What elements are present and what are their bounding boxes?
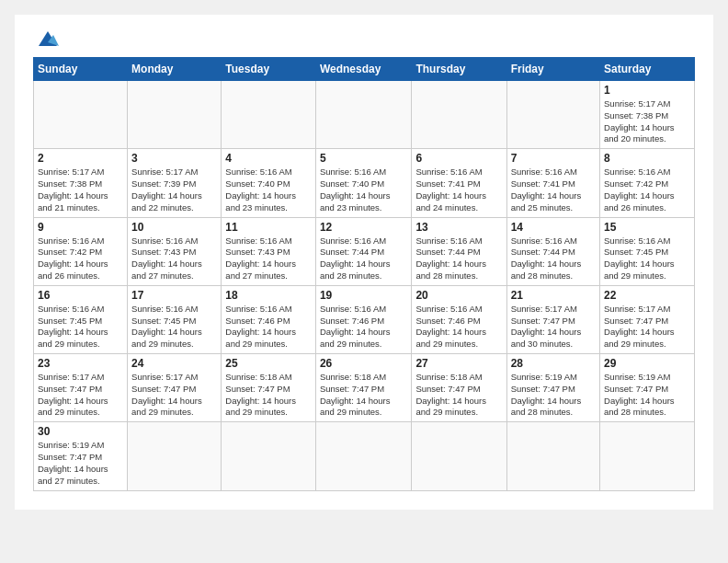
day-info: Sunrise: 5:18 AM Sunset: 7:47 PM Dayligh… xyxy=(320,372,408,419)
logo xyxy=(33,29,61,48)
calendar-header-sunday: Sunday xyxy=(34,58,128,81)
calendar-cell: 17Sunrise: 5:16 AM Sunset: 7:45 PM Dayli… xyxy=(128,285,222,353)
day-number: 11 xyxy=(225,221,312,234)
calendar-cell: 23Sunrise: 5:17 AM Sunset: 7:47 PM Dayli… xyxy=(34,354,128,422)
calendar-table: SundayMondayTuesdayWednesdayThursdayFrid… xyxy=(33,57,695,491)
day-number: 14 xyxy=(511,221,596,234)
day-info: Sunrise: 5:16 AM Sunset: 7:41 PM Dayligh… xyxy=(415,167,502,213)
day-number: 18 xyxy=(225,289,312,302)
calendar-cell: 12Sunrise: 5:16 AM Sunset: 7:44 PM Dayli… xyxy=(315,217,412,285)
calendar-header-thursday: Thursday xyxy=(412,58,506,81)
day-number: 19 xyxy=(320,289,408,302)
calendar-header-wednesday: Wednesday xyxy=(315,58,412,81)
day-number: 1 xyxy=(604,84,690,97)
day-info: Sunrise: 5:17 AM Sunset: 7:39 PM Dayligh… xyxy=(131,167,217,213)
calendar-page: SundayMondayTuesdayWednesdayThursdayFrid… xyxy=(15,15,713,510)
calendar-cell xyxy=(34,81,128,149)
day-number: 3 xyxy=(131,152,217,165)
calendar-cell xyxy=(315,422,412,490)
calendar-cell xyxy=(506,422,599,490)
calendar-cell: 19Sunrise: 5:16 AM Sunset: 7:46 PM Dayli… xyxy=(315,285,412,353)
calendar-header-saturday: Saturday xyxy=(600,58,695,81)
day-number: 24 xyxy=(131,357,217,370)
calendar-cell xyxy=(506,81,599,149)
calendar-cell: 1Sunrise: 5:17 AM Sunset: 7:38 PM Daylig… xyxy=(600,81,695,149)
calendar-week-row: 2Sunrise: 5:17 AM Sunset: 7:38 PM Daylig… xyxy=(34,149,695,217)
day-number: 16 xyxy=(38,289,123,302)
day-number: 7 xyxy=(511,152,596,165)
day-info: Sunrise: 5:16 AM Sunset: 7:43 PM Dayligh… xyxy=(131,236,217,282)
day-number: 22 xyxy=(604,289,690,302)
calendar-header-friday: Friday xyxy=(506,58,599,81)
calendar-cell: 27Sunrise: 5:18 AM Sunset: 7:47 PM Dayli… xyxy=(412,354,506,422)
calendar-cell: 29Sunrise: 5:19 AM Sunset: 7:47 PM Dayli… xyxy=(600,354,695,422)
day-number: 10 xyxy=(131,221,217,234)
calendar-cell: 15Sunrise: 5:16 AM Sunset: 7:45 PM Dayli… xyxy=(600,217,695,285)
day-info: Sunrise: 5:16 AM Sunset: 7:44 PM Dayligh… xyxy=(511,236,596,282)
day-info: Sunrise: 5:16 AM Sunset: 7:42 PM Dayligh… xyxy=(38,236,123,282)
day-info: Sunrise: 5:17 AM Sunset: 7:47 PM Dayligh… xyxy=(604,304,690,350)
day-info: Sunrise: 5:16 AM Sunset: 7:45 PM Dayligh… xyxy=(131,304,217,350)
calendar-cell: 16Sunrise: 5:16 AM Sunset: 7:45 PM Dayli… xyxy=(34,285,128,353)
day-info: Sunrise: 5:19 AM Sunset: 7:47 PM Dayligh… xyxy=(511,372,596,419)
day-number: 6 xyxy=(415,152,502,165)
calendar-week-row: 30Sunrise: 5:19 AM Sunset: 7:47 PM Dayli… xyxy=(34,422,695,490)
day-info: Sunrise: 5:16 AM Sunset: 7:44 PM Dayligh… xyxy=(320,236,408,282)
day-info: Sunrise: 5:19 AM Sunset: 7:47 PM Dayligh… xyxy=(604,372,690,419)
day-info: Sunrise: 5:16 AM Sunset: 7:46 PM Dayligh… xyxy=(320,304,408,350)
calendar-cell: 14Sunrise: 5:16 AM Sunset: 7:44 PM Dayli… xyxy=(506,217,599,285)
day-info: Sunrise: 5:16 AM Sunset: 7:40 PM Dayligh… xyxy=(225,167,312,213)
day-number: 8 xyxy=(604,152,690,165)
calendar-header-tuesday: Tuesday xyxy=(222,58,316,81)
day-info: Sunrise: 5:16 AM Sunset: 7:45 PM Dayligh… xyxy=(38,304,123,350)
calendar-cell xyxy=(128,81,222,149)
day-number: 23 xyxy=(38,357,123,370)
calendar-header-monday: Monday xyxy=(128,58,222,81)
day-info: Sunrise: 5:16 AM Sunset: 7:43 PM Dayligh… xyxy=(225,236,312,282)
day-number: 20 xyxy=(415,289,502,302)
day-number: 5 xyxy=(320,152,408,165)
calendar-cell: 6Sunrise: 5:16 AM Sunset: 7:41 PM Daylig… xyxy=(412,149,506,217)
calendar-cell: 28Sunrise: 5:19 AM Sunset: 7:47 PM Dayli… xyxy=(506,354,599,422)
page-header xyxy=(33,29,695,48)
day-number: 28 xyxy=(511,357,596,370)
calendar-cell: 13Sunrise: 5:16 AM Sunset: 7:44 PM Dayli… xyxy=(412,217,506,285)
day-number: 29 xyxy=(604,357,690,370)
day-info: Sunrise: 5:17 AM Sunset: 7:38 PM Dayligh… xyxy=(604,98,690,145)
day-info: Sunrise: 5:17 AM Sunset: 7:47 PM Dayligh… xyxy=(38,372,123,419)
calendar-cell xyxy=(222,422,316,490)
day-number: 13 xyxy=(415,221,502,234)
calendar-cell xyxy=(412,81,506,149)
calendar-week-row: 1Sunrise: 5:17 AM Sunset: 7:38 PM Daylig… xyxy=(34,81,695,149)
calendar-cell: 30Sunrise: 5:19 AM Sunset: 7:47 PM Dayli… xyxy=(34,422,128,490)
day-number: 26 xyxy=(320,357,408,370)
calendar-header-row: SundayMondayTuesdayWednesdayThursdayFrid… xyxy=(34,58,695,81)
calendar-cell xyxy=(128,422,222,490)
day-info: Sunrise: 5:16 AM Sunset: 7:46 PM Dayligh… xyxy=(415,304,502,350)
calendar-cell: 20Sunrise: 5:16 AM Sunset: 7:46 PM Dayli… xyxy=(412,285,506,353)
calendar-cell: 5Sunrise: 5:16 AM Sunset: 7:40 PM Daylig… xyxy=(315,149,412,217)
day-number: 2 xyxy=(38,152,123,165)
day-info: Sunrise: 5:18 AM Sunset: 7:47 PM Dayligh… xyxy=(415,372,502,419)
calendar-cell: 4Sunrise: 5:16 AM Sunset: 7:40 PM Daylig… xyxy=(222,149,316,217)
calendar-cell xyxy=(600,422,695,490)
day-number: 30 xyxy=(38,425,123,438)
day-info: Sunrise: 5:19 AM Sunset: 7:47 PM Dayligh… xyxy=(38,440,123,487)
day-info: Sunrise: 5:16 AM Sunset: 7:41 PM Dayligh… xyxy=(511,167,596,213)
calendar-cell: 25Sunrise: 5:18 AM Sunset: 7:47 PM Dayli… xyxy=(222,354,316,422)
calendar-cell: 3Sunrise: 5:17 AM Sunset: 7:39 PM Daylig… xyxy=(128,149,222,217)
day-info: Sunrise: 5:18 AM Sunset: 7:47 PM Dayligh… xyxy=(225,372,312,419)
day-info: Sunrise: 5:17 AM Sunset: 7:38 PM Dayligh… xyxy=(38,167,123,213)
day-info: Sunrise: 5:17 AM Sunset: 7:47 PM Dayligh… xyxy=(131,372,217,419)
calendar-cell xyxy=(412,422,506,490)
calendar-week-row: 9Sunrise: 5:16 AM Sunset: 7:42 PM Daylig… xyxy=(34,217,695,285)
calendar-cell: 18Sunrise: 5:16 AM Sunset: 7:46 PM Dayli… xyxy=(222,285,316,353)
day-info: Sunrise: 5:16 AM Sunset: 7:46 PM Dayligh… xyxy=(225,304,312,350)
day-number: 21 xyxy=(511,289,596,302)
day-number: 12 xyxy=(320,221,408,234)
calendar-week-row: 23Sunrise: 5:17 AM Sunset: 7:47 PM Dayli… xyxy=(34,354,695,422)
calendar-cell: 11Sunrise: 5:16 AM Sunset: 7:43 PM Dayli… xyxy=(222,217,316,285)
logo-icon xyxy=(35,29,61,48)
calendar-week-row: 16Sunrise: 5:16 AM Sunset: 7:45 PM Dayli… xyxy=(34,285,695,353)
calendar-cell xyxy=(315,81,412,149)
